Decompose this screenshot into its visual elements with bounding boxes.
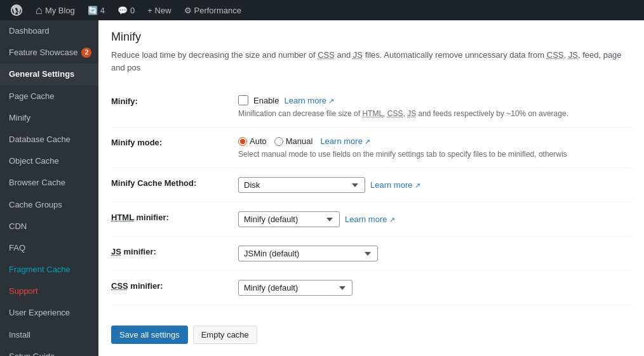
sidebar-item-support[interactable]: Support [0, 280, 98, 302]
auto-radio-text: Auto [250, 136, 267, 146]
settings-table: Minify: Enable Learn more Minification c… [111, 86, 631, 305]
page-title: Minify [111, 30, 631, 44]
sidebar-label-database-cache: Database Cache [9, 134, 70, 145]
minify-mode-row: Minify mode: Auto Manual [111, 128, 631, 168]
minify-cache-method-label: Minify Cache Method: [111, 178, 196, 188]
auto-radio-label[interactable]: Auto [238, 136, 267, 146]
minify-field-label: Minify: [111, 96, 138, 106]
minify-row: Minify: Enable Learn more Minification c… [111, 86, 631, 128]
sidebar-item-minify[interactable]: Minify [0, 107, 98, 129]
auto-radio[interactable] [238, 137, 247, 146]
footer-actions: Save all settings Empty cache [111, 318, 631, 344]
empty-cache-button[interactable]: Empty cache [193, 326, 257, 344]
performance-item[interactable]: ⚙ Performance [179, 0, 246, 20]
sidebar-item-cdn[interactable]: CDN [0, 216, 98, 237]
save-all-settings-button[interactable]: Save all settings [111, 326, 188, 344]
css-minifier-label: CSS minifier: [111, 281, 163, 291]
wp-logo-icon [10, 4, 23, 16]
my-blog-item[interactable]: ⌂ My Blog [30, 0, 80, 20]
sidebar-item-page-cache[interactable]: Page Cache [0, 86, 98, 107]
updates-item[interactable]: 🔄 4 [83, 0, 110, 20]
sidebar-label-cdn: CDN [9, 221, 27, 232]
minify-mode-label: Minify mode: [111, 138, 162, 147]
minify-learn-more-link[interactable]: Learn more [284, 96, 334, 105]
admin-bar: ⌂ My Blog 🔄 4 💬 0 + New ⚙ Performance [0, 0, 644, 20]
sidebar-label-fragment-cache: Fragment Cache [9, 264, 70, 275]
minify-mode-help-text: Select manual mode to use fields on the … [238, 150, 625, 159]
sidebar-label-cache-groups: Cache Groups [9, 199, 62, 211]
minify-field-row: Enable Learn more [238, 95, 625, 105]
minify-enable-label: Enable [253, 96, 279, 105]
updates-count: 4 [100, 6, 105, 15]
sidebar-label-dashboard: Dashboard [9, 25, 50, 37]
manual-radio[interactable] [274, 137, 283, 146]
wp-logo-item[interactable] [5, 0, 28, 20]
js-minifier-label: JS minifier: [111, 247, 156, 256]
css-minifier-row: CSS minifier: Minify (default) YUI Compr… [111, 271, 631, 305]
comments-item[interactable]: 💬 0 [112, 0, 140, 20]
html-minifier-row: HTML minifier: Minify (default) None Lea… [111, 202, 631, 237]
sidebar-item-object-cache[interactable]: Object Cache [0, 150, 98, 172]
sidebar-label-page-cache: Page Cache [9, 91, 55, 102]
css-minifier-field-row: Minify (default) YUI Compressor None [238, 280, 625, 296]
sidebar-item-faq[interactable]: FAQ [0, 237, 98, 259]
feature-showcase-badge: 2 [81, 48, 91, 58]
sidebar-item-fragment-cache[interactable]: Fragment Cache [0, 259, 98, 280]
js-minifier-select[interactable]: JSMin (default) Google Closure Compiler … [238, 246, 378, 261]
sidebar-item-general-settings[interactable]: General Settings [0, 63, 98, 85]
manual-radio-text: Manual [286, 136, 313, 146]
performance-label: Performance [194, 6, 241, 15]
sidebar: Dashboard Feature Showcase 2 General Set… [0, 20, 98, 356]
main-layout: Dashboard Feature Showcase 2 General Set… [0, 20, 644, 356]
sidebar-label-support: Support [9, 286, 38, 297]
comments-count: 0 [130, 6, 135, 15]
sidebar-label-browser-cache: Browser Cache [9, 177, 65, 188]
sidebar-label-feature-showcase: Feature Showcase [9, 47, 77, 58]
page-description: Reduce load time by decreasing the size … [111, 49, 631, 74]
css-minifier-select[interactable]: Minify (default) YUI Compressor None [238, 280, 352, 296]
js-minifier-field-row: JSMin (default) Google Closure Compiler … [238, 246, 625, 261]
sidebar-item-browser-cache[interactable]: Browser Cache [0, 172, 98, 194]
minify-mode-field-row: Auto Manual Learn more [238, 136, 625, 146]
sidebar-label-minify: Minify [9, 112, 30, 124]
html-minifier-learn-more[interactable]: Learn more [345, 214, 395, 224]
minify-cache-method-select[interactable]: Disk Memcache Database Opcode: APC Opcod… [238, 177, 365, 193]
sidebar-item-user-experience[interactable]: User Experience [0, 302, 98, 324]
content-inner: Minify Reduce load time by decreasing th… [98, 20, 644, 356]
sidebar-item-database-cache[interactable]: Database Cache [0, 129, 98, 150]
sidebar-label-faq: FAQ [9, 242, 25, 254]
sidebar-item-setup-guide[interactable]: Setup Guide [0, 346, 98, 356]
manual-radio-label[interactable]: Manual [274, 136, 313, 146]
minify-cache-method-row: Minify Cache Method: Disk Memcache Datab… [111, 168, 631, 202]
js-minifier-row: JS minifier: JSMin (default) Google Clos… [111, 237, 631, 271]
sidebar-item-cache-groups[interactable]: Cache Groups [0, 194, 98, 216]
sidebar-label-setup-guide: Setup Guide [9, 351, 55, 356]
html-minifier-select[interactable]: Minify (default) None [238, 211, 340, 227]
minify-cache-method-learn-more[interactable]: Learn more [370, 180, 420, 190]
sidebar-label-general-settings: General Settings [9, 69, 74, 80]
new-item[interactable]: + New [142, 0, 176, 20]
sidebar-label-install: Install [9, 329, 30, 341]
minify-cache-method-field-row: Disk Memcache Database Opcode: APC Opcod… [238, 177, 625, 193]
sidebar-item-feature-showcase[interactable]: Feature Showcase 2 [0, 42, 98, 63]
sidebar-label-user-experience: User Experience [9, 307, 70, 319]
site-name: My Blog [45, 6, 75, 15]
main-content: Minify Reduce load time by decreasing th… [98, 20, 644, 356]
sidebar-item-install[interactable]: Install [0, 324, 98, 346]
new-label: + New [147, 6, 171, 15]
minify-mode-learn-more-link[interactable]: Learn more [320, 136, 370, 146]
minify-help-text: Minification can decrease file size of H… [238, 109, 625, 118]
sidebar-label-object-cache: Object Cache [9, 155, 59, 167]
html-minifier-field-row: Minify (default) None Learn more [238, 211, 625, 227]
minify-checkbox[interactable] [238, 95, 248, 105]
sidebar-item-dashboard[interactable]: Dashboard [0, 20, 98, 42]
html-minifier-label: HTML minifier: [111, 213, 169, 222]
